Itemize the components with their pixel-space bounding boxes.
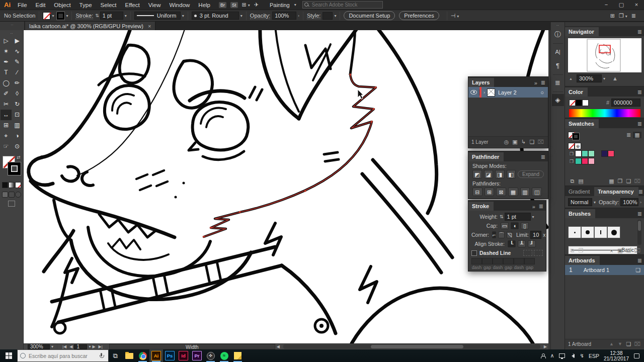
- last-artboard-icon[interactable]: ▶|: [99, 344, 103, 349]
- navigator-menu-icon[interactable]: ≣: [637, 29, 642, 36]
- screen-mode-button[interactable]: [8, 201, 15, 207]
- horizontal-scrollbar[interactable]: [283, 344, 540, 349]
- indesign-icon[interactable]: Id: [177, 349, 190, 362]
- layer-row[interactable]: › Layer 2 ○: [468, 87, 548, 98]
- usb-tray-icon[interactable]: ↯: [580, 353, 584, 358]
- none-mode-button[interactable]: [15, 182, 21, 188]
- network-tray-icon[interactable]: [559, 353, 565, 358]
- limit-field[interactable]: 10: [530, 231, 541, 239]
- gradient-tool[interactable]: ▥: [12, 120, 23, 131]
- swatch-themes-icon[interactable]: ▤: [577, 178, 585, 185]
- brushes-scrollbar[interactable]: [637, 220, 641, 245]
- color-white-swatch[interactable]: [582, 100, 589, 106]
- stroke-collapse-icon[interactable]: »: [532, 204, 535, 211]
- scissors-tool[interactable]: ✂: [1, 99, 12, 110]
- pathfinder-menu-icon[interactable]: ≣: [541, 154, 545, 161]
- brush-libraries-icon[interactable]: ⧉: [568, 247, 577, 254]
- next-artboard-icon[interactable]: ▶: [92, 344, 95, 349]
- zoom-level-field[interactable]: 300%: [28, 344, 50, 349]
- dash-field-2[interactable]: [493, 258, 503, 264]
- color-spectrum-bar[interactable]: [569, 109, 640, 117]
- layer-target-icon[interactable]: ○: [540, 89, 544, 96]
- dash-field-3[interactable]: [514, 258, 524, 264]
- swatch-teal[interactable]: [582, 150, 588, 157]
- layers-collapse-icon[interactable]: »: [534, 80, 537, 87]
- menu-select[interactable]: Select: [101, 2, 117, 8]
- draw-normal-button[interactable]: [2, 192, 8, 198]
- zoom-out-icon[interactable]: ▲: [569, 77, 573, 80]
- intersect-icon[interactable]: ◨: [495, 170, 505, 178]
- layers-menu-icon[interactable]: ≣: [541, 79, 545, 87]
- color-menu-icon[interactable]: ≣: [637, 89, 642, 97]
- curvature-tool[interactable]: ✎: [12, 57, 23, 67]
- stroke-menu-icon[interactable]: ≣: [539, 203, 543, 211]
- control-docs-icon[interactable]: ❐▾: [619, 13, 627, 19]
- close-button[interactable]: ×: [629, 2, 644, 8]
- dashed-line-checkbox[interactable]: [471, 250, 477, 256]
- photoshop-icon[interactable]: Ps: [163, 349, 177, 362]
- color-black-swatch[interactable]: [576, 100, 582, 106]
- stroke-weight-field[interactable]: 1 pt: [100, 12, 123, 20]
- swatch-white[interactable]: [575, 150, 582, 157]
- zoom-tool[interactable]: ⊙: [12, 141, 23, 152]
- menu-file[interactable]: File: [18, 2, 27, 8]
- layer-thumbnail[interactable]: [487, 88, 495, 97]
- artboard-row[interactable]: 1 Artboard 1 ❏: [565, 265, 644, 275]
- control-grid-icon[interactable]: ⊞: [610, 13, 615, 19]
- swatches-stroke-indicator[interactable]: [573, 133, 579, 140]
- first-artboard-icon[interactable]: |◀: [62, 344, 66, 349]
- dash-field-1[interactable]: [471, 258, 482, 264]
- align-options-icon[interactable]: ⊣▾: [451, 13, 459, 19]
- align-inside-icon[interactable]: ┸: [518, 240, 526, 247]
- stroke-color-swatch[interactable]: [57, 12, 64, 20]
- magic-wand-tool[interactable]: ✶: [1, 46, 12, 57]
- menu-object[interactable]: Object: [54, 2, 70, 8]
- remove-brush-stroke-icon[interactable]: ×: [607, 248, 616, 254]
- volume-tray-icon[interactable]: [570, 354, 575, 358]
- stroke-black-swatch[interactable]: [8, 162, 21, 175]
- scroll-left-icon[interactable]: ◀: [277, 344, 280, 349]
- tab-brushes[interactable]: Brushes: [565, 209, 595, 218]
- trim-icon[interactable]: ⊞: [485, 188, 495, 196]
- tab-gradient[interactable]: Gradient: [565, 187, 594, 196]
- ellipse-tool[interactable]: ◯: [1, 78, 12, 88]
- align-panel-icon[interactable]: ≣: [552, 77, 564, 89]
- divide-icon[interactable]: ⊟: [472, 188, 482, 196]
- pen-tool[interactable]: ✒: [1, 57, 12, 67]
- bridge-button[interactable]: Br: [219, 2, 226, 8]
- opacity-chevron-icon[interactable]: ›: [298, 14, 299, 18]
- free-transform-tool[interactable]: ⊡: [12, 110, 23, 120]
- exclude-icon[interactable]: ◧: [507, 170, 516, 178]
- spotify-icon[interactable]: ≈: [217, 349, 231, 362]
- taskbar-search-input[interactable]: [29, 353, 98, 359]
- color-none-swatch[interactable]: [569, 100, 576, 106]
- artboard-page-icon[interactable]: ❏: [635, 267, 640, 274]
- delete-brush-icon[interactable]: ⌧: [633, 247, 641, 254]
- brush-dot-1[interactable]: [568, 226, 581, 238]
- document-tab[interactable]: laika cartoon.ai* @ 300% (RGB/GPU Previe…: [25, 22, 155, 30]
- tab-artboards[interactable]: Artboards: [565, 256, 600, 265]
- language-indicator[interactable]: ESP: [589, 353, 599, 359]
- view-list-icon[interactable]: ≣: [624, 132, 633, 138]
- stroke-stepper[interactable]: ⇅: [95, 13, 99, 18]
- tab-swatches[interactable]: Swatches: [565, 119, 599, 128]
- menu-effect[interactable]: Effect: [125, 2, 140, 8]
- stock-button[interactable]: St: [230, 2, 238, 8]
- hex-value-field[interactable]: 000000: [611, 99, 640, 107]
- tab-transparency[interactable]: Transparency: [594, 187, 638, 196]
- layer-name[interactable]: Layer 2: [498, 89, 517, 96]
- swatch-mint[interactable]: [588, 150, 595, 157]
- tab-pathfinder[interactable]: Pathfinder: [468, 152, 504, 161]
- selection-tool[interactable]: ▷: [1, 36, 12, 46]
- minus-back-icon[interactable]: ◫: [532, 188, 542, 196]
- swatches-menu-icon[interactable]: ≣: [637, 121, 642, 128]
- weight-field[interactable]: 1 pt: [505, 213, 531, 221]
- delete-swatch-icon[interactable]: ⌧: [633, 178, 641, 185]
- paintbrush-tool[interactable]: ✏: [12, 78, 23, 88]
- merge-icon[interactable]: ⊠: [496, 188, 506, 196]
- dock-grip[interactable]: ‥: [551, 22, 565, 27]
- menu-window[interactable]: Window: [169, 2, 190, 8]
- workspace-switcher[interactable]: Painting: [270, 2, 290, 8]
- brush-dot-2[interactable]: [581, 226, 594, 238]
- share-icon[interactable]: ✈: [254, 2, 259, 8]
